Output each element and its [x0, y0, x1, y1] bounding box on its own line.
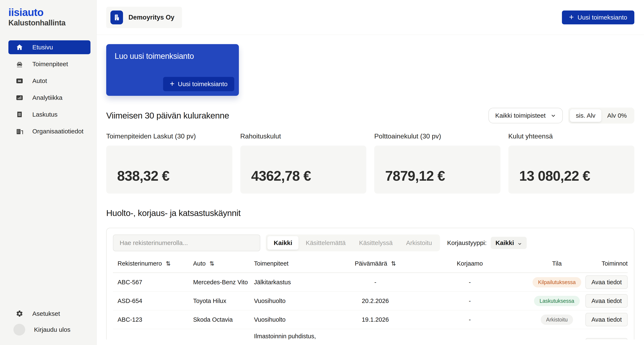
- app-root: iisiauto Kalustonhallinta Etusivu Toimen…: [0, 0, 644, 345]
- sidebar-item-analytiikka[interactable]: Analytiikka: [8, 91, 90, 105]
- sidebar-item-label: Analytiikka: [32, 94, 62, 101]
- stat-title: Rahoituskulut: [240, 132, 366, 140]
- sidebar-item-label: Etusivu: [32, 44, 53, 51]
- visits-table: Rekisterinumero ⇅ Auto ⇅ Toimenpiteet Pä…: [113, 257, 628, 339]
- office-filter-dropdown[interactable]: Kaikki toimipisteet: [488, 108, 563, 123]
- stat-cards: Toimenpiteiden Laskut (30 pv) 838,32 € R…: [106, 132, 634, 193]
- tab-kasittelyssa[interactable]: Käsittelyssä: [353, 236, 399, 250]
- sidebar-item-toimenpiteet[interactable]: Toimenpiteet: [8, 57, 90, 71]
- sidebar-item-autot[interactable]: Autot: [8, 74, 90, 88]
- promo-new-assignment-button[interactable]: + Uusi toimeksianto: [163, 77, 234, 91]
- col-korjaamo: Korjaamo: [411, 260, 528, 267]
- main-area: Demoyritys Oy + Uusi toimeksianto Luo uu…: [96, 0, 644, 345]
- cell-reg: ASD-654: [113, 297, 188, 304]
- plus-icon: +: [170, 80, 174, 88]
- repair-type-value: Kaikki: [496, 239, 514, 246]
- content: Luo uusi toimenksianto + Uusi toimeksian…: [96, 35, 644, 345]
- chevron-down-icon: [518, 241, 522, 245]
- logout-button[interactable]: Kirjaudu ulos: [8, 323, 90, 336]
- col-paivamaara[interactable]: Päivämäärä ⇅: [340, 260, 411, 267]
- cell-auto: Mercedes-Benz Vito: [188, 279, 249, 286]
- cell-actions: Vuosihuolto: [249, 297, 340, 304]
- cell-status: Kilpailutuksessa: [528, 277, 585, 287]
- promo-card: Luo uusi toimenksianto + Uusi toimeksian…: [106, 44, 239, 96]
- stat-value: 7879,12 €: [385, 168, 445, 184]
- stat-col: Kulut yhteensä 13 080,22 €: [508, 132, 634, 193]
- stat-title: Polttoainekulut (30 pv): [374, 132, 500, 140]
- status-tabs: Kaikki Käsittelemättä Käsittelyssä Arkis…: [266, 234, 440, 251]
- vat-option-alv-0[interactable]: Alv 0%: [602, 109, 633, 122]
- sort-icon[interactable]: ⇅: [166, 260, 170, 267]
- cell-reg: ABC-567: [113, 279, 188, 286]
- table-header: Rekisterinumero ⇅ Auto ⇅ Toimenpiteet Pä…: [113, 257, 628, 273]
- cost-section-title: Viimeisen 30 päivän kulurakenne: [106, 111, 229, 121]
- col-rekisterinumero[interactable]: Rekisterinumero ⇅: [113, 260, 188, 267]
- col-tila: Tila: [528, 260, 585, 267]
- cell-action: Avaa tiedot: [585, 338, 628, 339]
- sort-icon[interactable]: ⇅: [391, 260, 396, 267]
- sidebar-item-organisaatiotiedot[interactable]: Organisaatiotiedot: [8, 124, 90, 138]
- new-assignment-label: Uusi toimeksianto: [578, 14, 627, 21]
- col-toimenpiteet: Toimenpiteet: [249, 260, 340, 267]
- cell-action: Avaa tiedot: [585, 313, 628, 326]
- new-assignment-button[interactable]: + Uusi toimeksianto: [562, 11, 634, 24]
- col-auto[interactable]: Auto ⇅: [188, 260, 249, 267]
- tab-kaikki[interactable]: Kaikki: [268, 236, 298, 250]
- stat-title: Kulut yhteensä: [508, 132, 634, 140]
- col-toiminnot: Toiminnot: [585, 260, 628, 267]
- avatar: [14, 324, 25, 335]
- repair-type-dropdown[interactable]: Kaikki: [491, 237, 526, 249]
- plus-icon: +: [569, 13, 574, 21]
- open-details-button[interactable]: Avaa tiedot: [586, 338, 628, 339]
- promo-button-label: Uusi toimeksianto: [178, 81, 228, 88]
- sidebar-nav: Etusivu Toimenpiteet Autot Analytiikka: [8, 40, 90, 138]
- cell-action: Avaa tiedot: [585, 294, 628, 308]
- visits-table-card: Kaikki Käsittelemättä Käsittelyssä Arkis…: [106, 228, 634, 339]
- table-row: ABC-567 Mercedes-Benz Vito Jälkitarkastu…: [113, 273, 628, 292]
- car-service-icon: [16, 60, 24, 68]
- stat-value: 838,32 €: [117, 168, 170, 184]
- sidebar-item-etusivu[interactable]: Etusivu: [8, 40, 90, 54]
- logo: iisiauto Kalustonhallinta: [8, 7, 90, 27]
- settings-button[interactable]: Asetukset: [8, 307, 90, 321]
- vat-option-sis-alv[interactable]: sis. Alv: [570, 109, 601, 122]
- status-badge: Arkistoitu: [541, 314, 573, 325]
- sort-icon[interactable]: ⇅: [210, 260, 214, 267]
- cell-date: -: [340, 279, 411, 286]
- tab-arkistoitu[interactable]: Arkistoitu: [400, 236, 438, 250]
- open-details-button[interactable]: Avaa tiedot: [586, 275, 628, 289]
- cell-actions: Vuosihuolto: [249, 316, 340, 323]
- gear-icon: [16, 310, 24, 318]
- action-line: Ilmastoinnin puhdistus, hajunpoisto: [254, 332, 340, 339]
- sidebar-item-label: Laskutus: [32, 111, 58, 118]
- table-row: ASD-654 Toyota Hilux Vuosihuolto 20.2.20…: [113, 292, 628, 310]
- cell-status: Laskutuksessa: [528, 296, 585, 306]
- stat-value: 13 080,22 €: [519, 168, 590, 184]
- open-details-button[interactable]: Avaa tiedot: [586, 313, 628, 326]
- company-building-icon: [110, 11, 123, 24]
- company-selector[interactable]: Demoyritys Oy: [106, 7, 182, 28]
- col-label: Rekisterinumero: [118, 260, 162, 267]
- cell-actions: Ilmastoinnin puhdistus, hajunpoisto Määr…: [249, 329, 340, 339]
- receipt-icon: [16, 111, 24, 119]
- car-icon: [16, 77, 24, 85]
- cell-auto: Toyota Hilux: [188, 297, 249, 304]
- sidebar-item-laskutus[interactable]: Laskutus: [8, 108, 90, 121]
- sidebar: iisiauto Kalustonhallinta Etusivu Toimen…: [0, 0, 96, 345]
- company-name: Demoyritys Oy: [128, 14, 174, 21]
- cell-workshop: -: [411, 279, 528, 286]
- search-input[interactable]: [113, 234, 260, 251]
- top-bar: Demoyritys Oy + Uusi toimeksianto: [96, 0, 644, 35]
- col-label: Korjaamo: [457, 260, 483, 267]
- table-row: ABC-123 Skoda Octavia Vuosihuolto 19.1.2…: [113, 310, 628, 329]
- tab-kasittelematta[interactable]: Käsittelemättä: [299, 236, 352, 250]
- col-label: Tila: [552, 260, 562, 267]
- bar-chart-icon: [16, 94, 24, 102]
- status-badge: Laskutuksessa: [534, 296, 580, 306]
- open-details-button[interactable]: Avaa tiedot: [586, 294, 628, 308]
- brand-logo: iisiauto: [8, 7, 90, 18]
- office-filter-value: Kaikki toimipisteet: [495, 112, 546, 119]
- chevron-down-icon: [550, 113, 556, 118]
- cost-section-header: Viimeisen 30 päivän kulurakenne Kaikki t…: [106, 108, 634, 124]
- sidebar-item-label: Toimenpiteet: [32, 61, 68, 68]
